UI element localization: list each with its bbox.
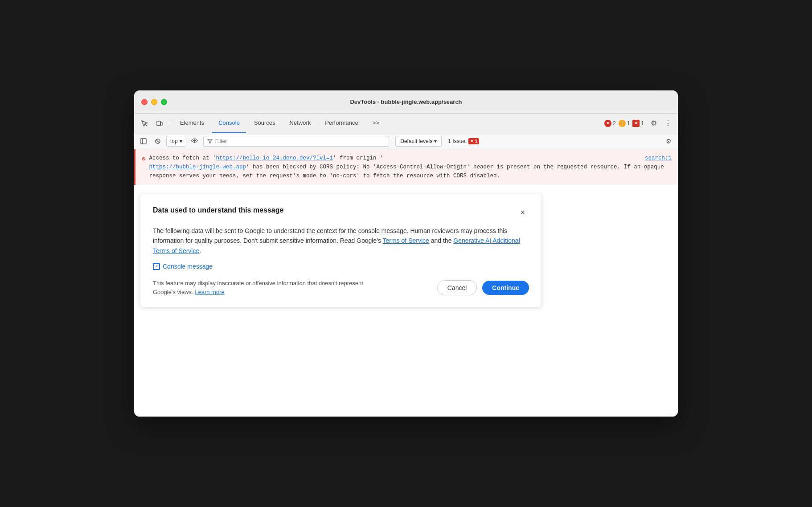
console-toolbar: top ▾ 👁 Default levels ▾ 1 Issue: ✕ 1 ⚙	[134, 133, 678, 149]
error-text: Access to fetch at 'https://hello-io-24.…	[149, 154, 672, 180]
maximize-button[interactable]	[161, 99, 167, 105]
device-toolbar-button[interactable]	[153, 117, 166, 130]
tab-performance[interactable]: Performance	[319, 114, 364, 133]
warning-badge-icon: !	[619, 120, 626, 127]
svg-rect-3	[141, 139, 146, 144]
error-first-line: Access to fetch at 'https://hello-io-24.…	[149, 154, 672, 163]
chevron-down-icon: ▾	[180, 138, 182, 144]
inspect-element-button[interactable]	[138, 117, 151, 130]
tab-network[interactable]: Network	[283, 114, 317, 133]
toolbar-divider	[170, 119, 170, 128]
error-source-link[interactable]: search:1	[645, 154, 672, 163]
info-badge-icon: ✕	[632, 120, 640, 127]
dialog-close-button[interactable]: ×	[517, 206, 529, 219]
traffic-lights	[141, 99, 167, 105]
tab-console[interactable]: Console	[212, 114, 246, 133]
main-toolbar: Elements Console Sources Network Perform…	[134, 114, 678, 133]
close-button[interactable]	[141, 99, 148, 105]
clear-console-button[interactable]	[152, 135, 164, 147]
error-url-link[interactable]: https://hello-io-24.deno.dev/?lvl=1	[216, 155, 333, 161]
issue-count: ✕ 1	[468, 138, 479, 144]
info-badge[interactable]: ✕ 1	[632, 120, 644, 127]
tab-elements[interactable]: Elements	[174, 114, 210, 133]
devtools-window: DevTools - bubble-jingle.web.app/search …	[134, 90, 678, 417]
svg-rect-1	[157, 121, 160, 126]
svg-line-6	[156, 140, 159, 143]
console-body: ⊗ Access to fetch at 'https://hello-io-2…	[134, 149, 678, 417]
svg-rect-2	[160, 122, 162, 125]
svg-line-0	[145, 124, 147, 126]
console-message-link[interactable]: ↗ Console message	[153, 263, 529, 270]
filter-icon	[207, 139, 213, 144]
titlebar: DevTools - bubble-jingle.web.app/search	[134, 90, 678, 114]
terms-of-service-link[interactable]: Terms of Service	[383, 237, 429, 244]
dialog-actions: Cancel Continue	[437, 280, 529, 295]
svg-marker-7	[208, 139, 212, 143]
error-text-before: Access to fetch at '	[149, 155, 216, 161]
console-settings-button[interactable]: ⚙	[663, 135, 674, 147]
cancel-button[interactable]: Cancel	[437, 280, 477, 295]
badge-group: ✕ 2 ! 1 ✕ 1	[604, 120, 644, 127]
data-dialog: Data used to understand this message × T…	[140, 194, 541, 307]
error-origin-link[interactable]: https://bubble-jingle.web.app	[149, 164, 246, 170]
error-text-between: ' from origin '	[333, 155, 383, 161]
warning-badge[interactable]: ! 1	[619, 120, 630, 127]
dialog-body: The following data will be sent to Googl…	[153, 226, 529, 256]
minimize-button[interactable]	[151, 99, 157, 105]
live-expression-button[interactable]: 👁	[189, 135, 201, 147]
tab-more[interactable]: >>	[366, 114, 385, 133]
error-message: ⊗ Access to fetch at 'https://hello-io-2…	[134, 149, 678, 185]
settings-button[interactable]: ⚙	[648, 117, 660, 130]
chevron-down-icon: ▾	[434, 138, 437, 144]
issue-badge[interactable]: 1 Issue: ✕ 1	[448, 138, 479, 144]
dialog-end-text: .	[199, 247, 201, 254]
more-options-button[interactable]: ⋮	[662, 117, 674, 130]
error-icon: ⊗	[142, 154, 145, 164]
dialog-footer: This feature may display inaccurate or o…	[153, 279, 529, 296]
tab-sources[interactable]: Sources	[248, 114, 282, 133]
error-body-text: https://bubble-jingle.web.app' has been …	[149, 163, 672, 180]
log-levels-selector[interactable]: Default levels ▾	[395, 136, 442, 147]
dialog-and-text: and the	[429, 237, 454, 244]
error-badge-icon: ✕	[604, 120, 611, 127]
dialog-disclaimer: This feature may display inaccurate or o…	[153, 279, 367, 296]
sidebar-toggle-button[interactable]	[138, 135, 149, 147]
learn-more-link[interactable]: Learn more	[195, 289, 224, 295]
window-title: DevTools - bubble-jingle.web.app/search	[350, 98, 462, 105]
continue-button[interactable]: Continue	[482, 281, 529, 295]
dialog-header: Data used to understand this message ×	[153, 206, 529, 219]
context-selector[interactable]: top ▾	[166, 136, 186, 147]
filter-container	[203, 136, 390, 147]
dialog-title: Data used to understand this message	[153, 206, 283, 214]
error-badge[interactable]: ✕ 2	[604, 120, 616, 127]
filter-input[interactable]	[215, 138, 385, 144]
external-link-icon: ↗	[153, 263, 160, 270]
